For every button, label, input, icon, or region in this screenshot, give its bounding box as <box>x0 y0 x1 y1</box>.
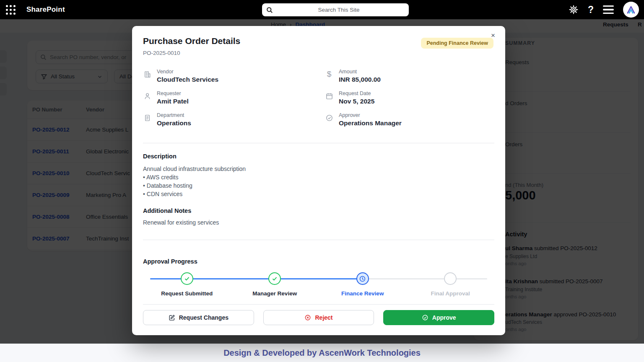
app-title: SharePoint <box>26 5 65 14</box>
page-footer: Design & Developed by AscenWork Technolo… <box>0 344 644 362</box>
request-changes-button[interactable]: Request Changes <box>143 310 254 325</box>
person-icon <box>143 92 151 100</box>
account-avatar[interactable] <box>623 2 639 18</box>
step-check-icon <box>181 272 193 285</box>
app-launcher-icon[interactable] <box>6 5 16 15</box>
po-fields-grid: VendorCloudTech Services $ AmountINR 85,… <box>143 69 494 127</box>
site-search-box[interactable] <box>262 3 409 16</box>
divider <box>143 143 494 143</box>
building-icon <box>143 70 151 78</box>
step-request-submitted: Request Submitted <box>143 272 231 297</box>
step-clock-icon <box>356 272 369 285</box>
reject-button[interactable]: Reject <box>263 310 374 325</box>
footer-credit-text: Design & Developed by AscenWork Technolo… <box>223 348 421 358</box>
document-icon <box>143 114 151 122</box>
check-circle-icon <box>325 114 333 122</box>
step-check-icon <box>268 272 281 285</box>
description-heading: Description <box>143 153 177 160</box>
reject-circle-x-icon <box>304 314 311 321</box>
menu-hamburger-icon[interactable] <box>603 5 614 14</box>
approve-button[interactable]: Approve <box>383 310 494 325</box>
description-text: Annual cloud infrastructure subscription… <box>143 165 246 198</box>
search-icon <box>266 7 273 13</box>
edit-icon <box>169 314 175 321</box>
modal-action-buttons: Request Changes Reject Approve <box>143 310 494 325</box>
divider <box>143 304 494 305</box>
step-empty-circle-icon <box>444 272 457 285</box>
top-app-bar: SharePoint ? <box>0 0 644 19</box>
field-requester: RequesterAmit Patel <box>143 90 312 105</box>
calendar-icon <box>325 92 333 100</box>
step-manager-review: Manager Review <box>231 272 319 297</box>
modal-title: Purchase Order Details <box>143 36 240 46</box>
step-finance-review: Finance Review <box>319 272 407 297</box>
help-icon[interactable]: ? <box>588 4 594 16</box>
field-request-date: Request DateNov 5, 2025 <box>325 90 494 105</box>
approval-progress-heading: Approval Progress <box>143 258 197 265</box>
field-amount: $ AmountINR 85,000.00 <box>325 69 494 83</box>
step-final-approval: Final Approval <box>407 272 495 297</box>
field-department: DepartmentOperations <box>143 112 312 127</box>
site-search-input[interactable] <box>273 7 405 13</box>
field-approver: ApproverOperations Manager <box>325 112 494 127</box>
approval-progress-stepper: Request Submitted Manager Review Finance… <box>143 272 494 302</box>
additional-notes-text: Renewal for existing services <box>143 219 219 226</box>
purchase-order-details-modal: Purchase Order Details PO-2025-0010 × Pe… <box>132 26 505 335</box>
settings-gear-icon[interactable] <box>569 5 579 15</box>
dollar-icon: $ <box>325 70 333 78</box>
field-vendor: VendorCloudTech Services <box>143 69 312 83</box>
status-badge: Pending Finance Review <box>421 38 493 49</box>
modal-po-number: PO-2025-0010 <box>143 50 180 56</box>
approve-check-icon <box>422 314 428 321</box>
divider <box>143 240 494 240</box>
additional-notes-heading: Additional Notes <box>143 207 191 214</box>
